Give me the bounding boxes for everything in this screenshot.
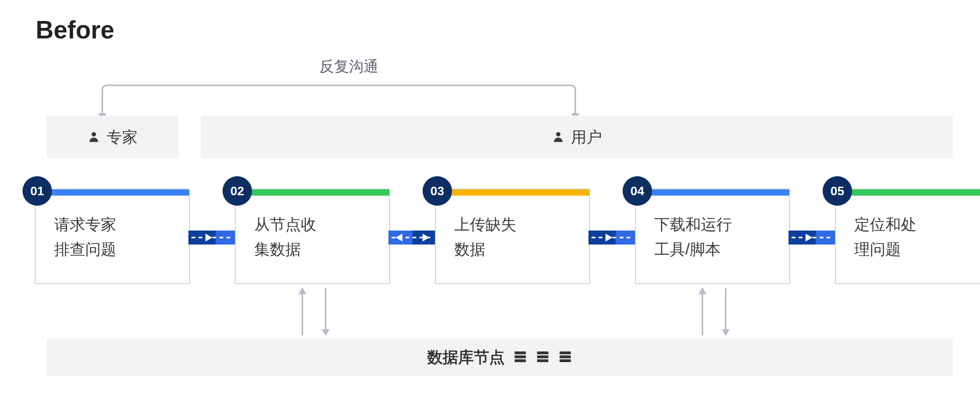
svg-marker-26 [699, 287, 706, 294]
step-card-05: 05 定位和处 理问题 [835, 189, 980, 284]
data-sync-arrows-step4 [691, 285, 737, 341]
role-expert-label: 专家 [107, 127, 138, 148]
flow-arrow-3-4 [588, 226, 637, 249]
svg-rect-29 [514, 351, 526, 354]
person-icon [87, 130, 100, 144]
svg-marker-22 [298, 287, 306, 294]
step-bar [436, 189, 589, 196]
svg-rect-32 [537, 351, 548, 354]
step-text-01: 请求专家 排查问题 [54, 212, 178, 262]
svg-rect-33 [537, 356, 548, 358]
step-badge-04: 04 [623, 176, 652, 206]
feedback-label: 反复沟通 [319, 57, 378, 76]
step-line2: 工具/脚本 [654, 241, 721, 258]
server-icon [513, 351, 527, 363]
step-card-01: 01 请求专家 排查问题 [35, 189, 190, 284]
step-text-04: 下载和运行 工具/脚本 [654, 212, 778, 262]
step-bar [236, 189, 389, 196]
server-icon [536, 351, 550, 363]
flow-arrow-2-3 [388, 226, 437, 249]
step-bar [836, 189, 980, 196]
role-user-label: 用户 [571, 127, 602, 148]
diagram-title: Before [36, 16, 114, 44]
step-line1: 定位和处 [854, 216, 916, 233]
svg-rect-5 [216, 231, 236, 245]
datastore-bar: 数据库节点 [47, 338, 953, 376]
step-badge-01: 01 [22, 176, 52, 206]
steps-row: 01 请求专家 排查问题 02 从节点收 集数据 [11, 189, 969, 305]
svg-rect-35 [559, 351, 571, 354]
feedback-arrow [97, 82, 581, 120]
server-icon [558, 351, 572, 363]
step-text-03: 上传缺失 数据 [454, 212, 578, 262]
step-badge-03: 03 [423, 176, 452, 206]
svg-rect-30 [514, 356, 526, 358]
step-badge-02: 02 [223, 176, 252, 206]
svg-marker-28 [722, 329, 730, 336]
svg-marker-24 [322, 329, 330, 336]
step-line1: 从节点收 [254, 216, 316, 233]
step-card-03: 03 上传缺失 数据 [435, 189, 590, 284]
svg-rect-34 [537, 359, 548, 362]
role-user-chip: 用户 [201, 116, 953, 158]
svg-rect-36 [559, 356, 571, 358]
role-expert-chip: 专家 [47, 116, 178, 158]
data-sync-arrows-step2 [291, 285, 337, 341]
step-line1: 上传缺失 [454, 216, 516, 233]
svg-rect-37 [559, 359, 571, 362]
step-bar [36, 189, 189, 196]
step-line1: 下载和运行 [654, 216, 732, 233]
svg-point-3 [556, 132, 560, 136]
step-line1: 请求专家 [54, 216, 116, 233]
step-line2: 排查问题 [54, 241, 116, 258]
svg-rect-18 [816, 231, 837, 245]
step-badge-05: 05 [823, 176, 852, 206]
step-text-05: 定位和处 理问题 [854, 212, 978, 262]
step-line2: 集数据 [254, 241, 301, 258]
svg-point-2 [91, 132, 96, 136]
person-icon [552, 130, 565, 144]
svg-rect-31 [514, 359, 526, 362]
flow-arrow-1-2 [188, 226, 236, 249]
step-bar [636, 189, 789, 196]
flow-arrow-4-5 [788, 226, 837, 249]
step-card-02: 02 从节点收 集数据 [235, 189, 390, 284]
svg-rect-14 [616, 231, 637, 245]
step-line2: 数据 [454, 241, 485, 258]
datastore-label: 数据库节点 [427, 347, 505, 368]
step-card-04: 04 下载和运行 工具/脚本 [635, 189, 790, 284]
step-line2: 理问题 [854, 241, 901, 258]
step-text-02: 从节点收 集数据 [254, 212, 378, 262]
